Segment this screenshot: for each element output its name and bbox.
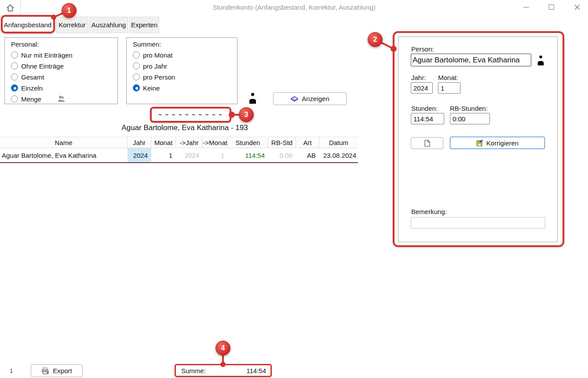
radio-icon-checked	[133, 84, 140, 91]
group-icon	[58, 95, 65, 102]
korrigieren-button[interactable]: Korrigieren	[450, 137, 545, 149]
radio-menge[interactable]: Menge	[11, 94, 41, 104]
table-header-row: Name Jahr Monat ->Jahr ->Monat Stunden R…	[0, 137, 358, 148]
radio-label: pro Person	[143, 73, 175, 81]
column-header-jahr[interactable]: Jahr	[128, 137, 151, 148]
cell-name[interactable]: Aguar Bartolome, Eva Katharina	[0, 148, 128, 162]
bemerkung-label: Bemerkung:	[411, 208, 447, 215]
radio-label: pro Monat	[143, 51, 173, 59]
radio-keine[interactable]: Keine	[133, 83, 160, 93]
column-header-art[interactable]: Art	[296, 137, 319, 148]
column-header-datum[interactable]: Datum	[319, 137, 358, 148]
radio-pro-jahr[interactable]: pro Jahr	[133, 61, 167, 71]
titlebar: Stundenkonto (Anfangsbestand, Korrektur,…	[0, 0, 588, 14]
korrigieren-label: Korrigieren	[486, 139, 519, 147]
selected-person-heading: Aguar Bartolome, Eva Katharina - 193	[0, 124, 369, 132]
callout-circle-1: 1	[62, 3, 77, 18]
cell-monat[interactable]: 1	[151, 148, 176, 162]
radio-pro-person[interactable]: pro Person	[133, 72, 175, 82]
column-header-monat[interactable]: Monat	[151, 137, 176, 148]
show-icon	[290, 95, 299, 102]
tab-anfangsbestand[interactable]: Anfangsbestand	[1, 17, 55, 33]
stundenkonto-window: Stundenkonto (Anfangsbestand, Korrektur,…	[0, 0, 588, 378]
radio-label: Gesamt	[21, 73, 44, 81]
radio-nur-mit-eintraegen[interactable]: Nur mit Einträgen	[11, 50, 73, 60]
tab-auszahlung[interactable]: Auszahlung	[89, 17, 128, 33]
summe-box: Summe: 114:54	[175, 364, 272, 377]
rb-stunden-label: RB-Stunden:	[450, 105, 488, 112]
personal-group-label: Personal:	[11, 40, 39, 48]
new-document-icon	[424, 140, 430, 147]
radio-icon	[11, 95, 18, 102]
person-selector-box[interactable]: ~ ~ ~ ~ ~ ~ ~ ~ ~ ~	[150, 107, 231, 123]
record-count: 1	[10, 367, 13, 374]
jahr-input[interactable]	[411, 82, 433, 94]
anzeigen-label: Anzeigen	[302, 95, 329, 102]
table-row[interactable]: Aguar Bartolome, Eva Katharina 2024 1 20…	[0, 148, 358, 162]
radio-label: Ohne Einträge	[21, 62, 64, 70]
summen-groupbox: Summen: pro Monat pro Jahr pro Person Ke…	[126, 37, 237, 104]
summe-value: 114:54	[246, 367, 266, 374]
radio-label: Nur mit Einträgen	[21, 51, 73, 59]
home-button[interactable]	[0, 0, 21, 16]
export-button[interactable]: Export	[31, 364, 83, 377]
radio-icon	[133, 73, 140, 80]
radio-label: Menge	[21, 95, 41, 103]
jahr-label: Jahr:	[411, 74, 426, 81]
radio-icon	[133, 62, 140, 69]
export-label: Export	[53, 367, 72, 374]
minimize-icon	[523, 7, 529, 7]
radio-label: pro Jahr	[143, 62, 167, 70]
person-icon[interactable]	[248, 92, 257, 104]
column-header-name[interactable]: Name	[0, 137, 128, 148]
column-header-ziel-monat[interactable]: ->Monat	[203, 137, 228, 148]
bemerkung-input[interactable]	[411, 217, 545, 229]
save-icon	[476, 139, 483, 146]
radio-einzeln[interactable]: Einzeln	[11, 83, 43, 93]
detail-panel: Person: Jahr: Monat: Stunden: RB-Stunden…	[398, 36, 558, 242]
radio-gesamt[interactable]: Gesamt	[11, 72, 44, 82]
personal-groupbox: Personal: Nur mit Einträgen Ohne Einträg…	[4, 37, 118, 104]
rb-stunden-input[interactable]	[450, 113, 490, 124]
anzeigen-button[interactable]: Anzeigen	[273, 92, 347, 105]
column-header-stunden[interactable]: Stunden	[228, 137, 268, 148]
radio-icon-checked	[11, 84, 18, 91]
cell-ziel-monat[interactable]: 1	[203, 148, 228, 162]
close-button[interactable]	[567, 0, 587, 14]
radio-icon	[11, 73, 18, 80]
cell-stunden[interactable]: 114:54	[228, 148, 268, 162]
stunden-input[interactable]	[411, 113, 444, 124]
callout-circle-3: 3	[239, 107, 254, 122]
stunden-label: Stunden:	[411, 105, 438, 112]
maximize-button[interactable]	[541, 0, 562, 14]
radio-pro-monat[interactable]: pro Monat	[133, 50, 173, 60]
radio-icon	[11, 62, 18, 69]
tab-korrektur[interactable]: Korrektur	[56, 17, 88, 33]
cell-ziel-jahr[interactable]: 2024	[176, 148, 203, 162]
summe-label: Summe:	[181, 367, 206, 374]
cell-datum[interactable]: 23.08.2024	[319, 148, 358, 162]
person-input[interactable]	[411, 54, 531, 66]
tab-experten[interactable]: Experten	[129, 17, 159, 33]
tab-label: Auszahlung	[91, 21, 126, 29]
person-label: Person:	[411, 45, 434, 53]
column-header-ziel-jahr[interactable]: ->Jahr	[176, 137, 203, 148]
monat-input[interactable]	[438, 82, 460, 94]
monat-label: Monat:	[438, 74, 458, 81]
results-table: Name Jahr Monat ->Jahr ->Monat Stunden R…	[0, 137, 358, 162]
minimize-button[interactable]	[516, 0, 536, 14]
new-entry-button[interactable]	[411, 137, 443, 149]
tab-label: Experten	[131, 21, 157, 29]
person-icon[interactable]	[537, 55, 545, 65]
cell-rb-std[interactable]: 0:00	[268, 148, 296, 162]
tab-label: Korrektur	[58, 21, 86, 29]
summen-group-label: Summen:	[133, 40, 161, 48]
table-bottom-line	[0, 162, 358, 163]
cell-jahr[interactable]: 2024	[128, 148, 151, 162]
column-header-rb-std[interactable]: RB-Std	[268, 137, 296, 148]
home-icon	[6, 4, 15, 12]
callout-circle-2: 2	[368, 32, 383, 47]
radio-ohne-eintraege[interactable]: Ohne Einträge	[11, 61, 64, 71]
cell-art[interactable]: AB	[296, 148, 319, 162]
radio-label: Keine	[143, 84, 160, 92]
